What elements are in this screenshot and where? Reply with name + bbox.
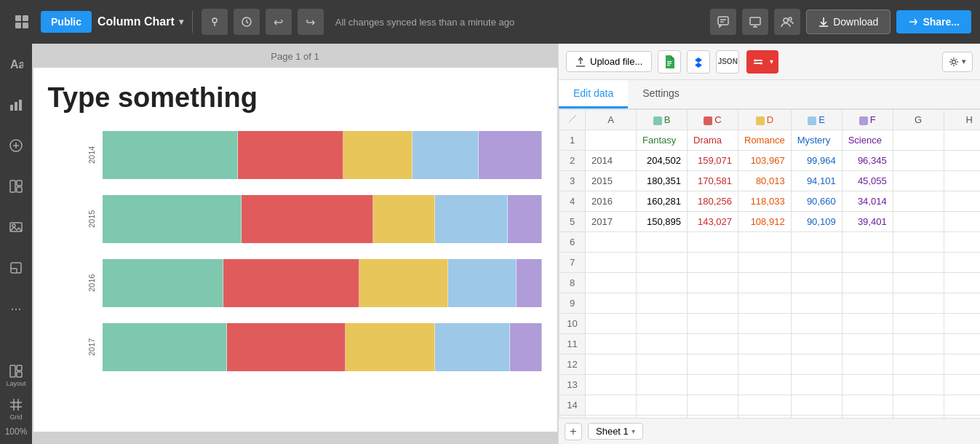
sheet-tab[interactable]: Sheet 1 ▾: [588, 423, 643, 440]
table-cell-e[interactable]: [791, 253, 842, 273]
table-cell-h[interactable]: [944, 212, 980, 232]
sidebar-icon-more[interactable]: ···: [3, 296, 29, 322]
sidebar-icon-media[interactable]: [3, 132, 29, 159]
table-cell-h[interactable]: [944, 232, 980, 253]
table-cell-f[interactable]: [842, 395, 893, 416]
table-cell-g[interactable]: [893, 314, 944, 334]
table-row[interactable]: 42016160,281180,256118,03390,66034,014: [559, 191, 981, 212]
dropbox-icon[interactable]: [687, 50, 710, 74]
table-cell-e[interactable]: [791, 375, 842, 395]
table-cell-a[interactable]: 2016: [586, 191, 637, 212]
table-cell-h[interactable]: [944, 130, 980, 151]
table-cell-d[interactable]: [738, 334, 792, 354]
table-cell-b[interactable]: 204,502: [637, 151, 688, 171]
table-cell-g[interactable]: [893, 334, 944, 354]
table-cell-f[interactable]: 34,014: [842, 191, 893, 212]
col-header-H[interactable]: H: [944, 110, 980, 130]
table-row[interactable]: 22014204,502159,071103,96799,96496,345: [559, 151, 981, 171]
table-cell-c[interactable]: [688, 354, 738, 375]
table-row[interactable]: 7: [559, 253, 981, 273]
table-cell-b[interactable]: [637, 354, 688, 375]
table-cell-c[interactable]: [688, 293, 738, 314]
table-cell-h[interactable]: [944, 151, 980, 171]
table-cell-f[interactable]: [842, 293, 893, 314]
table-cell-e[interactable]: [791, 354, 842, 375]
table-cell-e[interactable]: [791, 293, 842, 314]
tab-settings[interactable]: Settings: [628, 80, 694, 108]
sidebar-grid-item[interactable]: Grid: [6, 393, 26, 425]
table-cell-e[interactable]: [791, 273, 842, 293]
public-button[interactable]: Public: [41, 11, 92, 33]
table-cell-a[interactable]: [586, 130, 637, 151]
table-row[interactable]: 14: [559, 395, 981, 416]
table-cell-e[interactable]: [791, 232, 842, 253]
history-button[interactable]: [234, 9, 260, 35]
table-cell-d[interactable]: [738, 273, 792, 293]
add-sheet-button[interactable]: +: [565, 423, 582, 440]
table-cell-b[interactable]: [637, 273, 688, 293]
table-cell-e[interactable]: [791, 314, 842, 334]
table-row[interactable]: 12: [559, 354, 981, 375]
table-cell-b[interactable]: [637, 253, 688, 273]
table-cell-a[interactable]: 2014: [586, 151, 637, 171]
table-cell-g[interactable]: [893, 293, 944, 314]
table-cell-b[interactable]: [637, 395, 688, 416]
settings-gear-button[interactable]: ▾: [942, 52, 973, 72]
table-cell-b[interactable]: 150,895: [637, 212, 688, 232]
google-sheets-icon[interactable]: [658, 50, 681, 74]
pin-button[interactable]: [202, 9, 228, 35]
tab-edit-data[interactable]: Edit data: [559, 80, 628, 108]
table-cell-d[interactable]: Romance: [738, 130, 792, 151]
table-cell-d[interactable]: [738, 253, 792, 273]
table-cell-g[interactable]: [893, 375, 944, 395]
table-cell-e[interactable]: 90,660: [791, 191, 842, 212]
table-cell-g[interactable]: [893, 354, 944, 375]
col-header-D[interactable]: D: [738, 110, 792, 130]
table-cell-a[interactable]: [586, 293, 637, 314]
table-row[interactable]: 1FantasyDramaRomanceMysteryScience: [559, 130, 981, 151]
table-cell-f[interactable]: [842, 253, 893, 273]
table-cell-g[interactable]: [893, 171, 944, 191]
col-header-G[interactable]: G: [893, 110, 944, 130]
table-cell-c[interactable]: [688, 375, 738, 395]
table-cell-d[interactable]: [738, 314, 792, 334]
col-header-E[interactable]: E: [791, 110, 842, 130]
table-cell-f[interactable]: [842, 354, 893, 375]
table-cell-e[interactable]: [791, 334, 842, 354]
table-cell-a[interactable]: [586, 314, 637, 334]
redo-button[interactable]: ↪: [298, 9, 324, 35]
table-cell-a[interactable]: [586, 395, 637, 416]
undo-button[interactable]: ↩: [266, 9, 292, 35]
table-cell-b[interactable]: [637, 293, 688, 314]
share-button[interactable]: Share...: [896, 10, 971, 33]
table-cell-f[interactable]: [842, 375, 893, 395]
table-cell-a[interactable]: [586, 375, 637, 395]
download-button[interactable]: Download: [806, 9, 891, 34]
table-cell-g[interactable]: [893, 191, 944, 212]
table-cell-a[interactable]: [586, 354, 637, 375]
json-icon[interactable]: JSON: [716, 50, 739, 74]
table-cell-g[interactable]: [893, 232, 944, 253]
table-cell-d[interactable]: 108,912: [738, 212, 792, 232]
sidebar-icon-chart[interactable]: [3, 92, 29, 118]
table-cell-h[interactable]: [944, 314, 980, 334]
table-cell-d[interactable]: [738, 375, 792, 395]
upload-file-button[interactable]: Upload file...: [566, 51, 652, 72]
table-cell-b[interactable]: 160,281: [637, 191, 688, 212]
table-cell-d[interactable]: [738, 354, 792, 375]
table-cell-h[interactable]: [944, 334, 980, 354]
table-cell-h[interactable]: [944, 273, 980, 293]
table-cell-d[interactable]: [738, 293, 792, 314]
table-cell-d[interactable]: 80,013: [738, 171, 792, 191]
chevron-down-icon[interactable]: ▾: [179, 17, 183, 27]
table-cell-b[interactable]: [637, 314, 688, 334]
table-cell-f[interactable]: [842, 334, 893, 354]
table-cell-a[interactable]: 2015: [586, 171, 637, 191]
sidebar-icon-layout[interactable]: [3, 173, 29, 199]
table-cell-f[interactable]: 45,055: [842, 171, 893, 191]
table-cell-e[interactable]: 99,964: [791, 151, 842, 171]
chart-heading[interactable]: Type something: [48, 82, 543, 114]
table-cell-c[interactable]: [688, 253, 738, 273]
table-cell-c[interactable]: [688, 273, 738, 293]
comment-button[interactable]: [710, 9, 736, 35]
